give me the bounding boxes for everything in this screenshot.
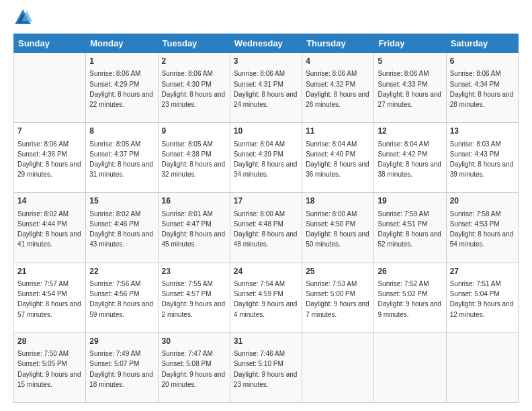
- day-info: Sunrise: 8:01 AMSunset: 4:47 PMDaylight:…: [162, 210, 226, 248]
- day-info: Sunrise: 8:05 AMSunset: 4:37 PMDaylight:…: [89, 140, 153, 179]
- day-number: 6: [450, 56, 515, 67]
- day-info: Sunrise: 8:00 AMSunset: 4:48 PMDaylight:…: [234, 210, 298, 248]
- weekday-header-friday: Friday: [374, 34, 446, 53]
- calendar-cell: 15Sunrise: 8:02 AMSunset: 4:46 PMDayligh…: [86, 193, 158, 263]
- calendar-cell: 23Sunrise: 7:55 AMSunset: 4:57 PMDayligh…: [158, 263, 230, 332]
- calendar-cell: 27Sunrise: 7:51 AMSunset: 5:04 PMDayligh…: [446, 263, 518, 332]
- day-info: Sunrise: 8:00 AMSunset: 4:50 PMDaylight:…: [306, 210, 369, 248]
- day-info: Sunrise: 7:51 AMSunset: 5:04 PMDaylight:…: [450, 280, 514, 318]
- weekday-header-thursday: Thursday: [302, 34, 374, 53]
- calendar-cell: 18Sunrise: 8:00 AMSunset: 4:50 PMDayligh…: [302, 193, 374, 263]
- week-row-4: 21Sunrise: 7:57 AMSunset: 4:54 PMDayligh…: [14, 263, 519, 332]
- weekday-header-tuesday: Tuesday: [158, 34, 230, 53]
- day-info: Sunrise: 7:58 AMSunset: 4:53 PMDaylight:…: [450, 210, 514, 248]
- calendar-table: SundayMondayTuesdayWednesdayThursdayFrid…: [13, 34, 519, 403]
- calendar-cell: 9Sunrise: 8:05 AMSunset: 4:38 PMDaylight…: [158, 123, 230, 193]
- day-number: 31: [234, 336, 298, 347]
- day-number: 30: [162, 336, 226, 347]
- day-info: Sunrise: 7:52 AMSunset: 5:02 PMDaylight:…: [378, 280, 441, 318]
- day-info: Sunrise: 8:03 AMSunset: 4:43 PMDaylight:…: [450, 140, 514, 179]
- day-info: Sunrise: 8:04 AMSunset: 4:39 PMDaylight:…: [234, 140, 298, 179]
- header: [13, 11, 519, 27]
- day-number: 11: [306, 126, 370, 137]
- calendar-cell: 4Sunrise: 8:06 AMSunset: 4:32 PMDaylight…: [302, 53, 374, 123]
- day-number: 4: [306, 56, 370, 67]
- day-number: 14: [17, 195, 82, 207]
- day-number: 27: [450, 266, 515, 277]
- day-number: 2: [162, 56, 226, 67]
- day-info: Sunrise: 7:49 AMSunset: 5:07 PMDaylight:…: [89, 350, 153, 388]
- day-number: 8: [89, 126, 154, 137]
- day-info: Sunrise: 8:06 AMSunset: 4:36 PMDaylight:…: [17, 140, 81, 179]
- day-number: 23: [162, 266, 226, 277]
- day-number: 28: [17, 336, 82, 347]
- logo-icon: [13, 8, 32, 27]
- day-number: 24: [234, 266, 298, 277]
- week-row-5: 28Sunrise: 7:50 AMSunset: 5:05 PMDayligh…: [14, 332, 519, 402]
- day-number: 16: [162, 195, 226, 207]
- logo: [13, 11, 35, 27]
- calendar-cell: 25Sunrise: 7:53 AMSunset: 5:00 PMDayligh…: [302, 263, 374, 332]
- day-info: Sunrise: 7:57 AMSunset: 4:54 PMDaylight:…: [17, 280, 81, 318]
- day-info: Sunrise: 8:06 AMSunset: 4:33 PMDaylight:…: [378, 70, 441, 108]
- day-info: Sunrise: 8:06 AMSunset: 4:29 PMDaylight:…: [89, 70, 153, 108]
- day-info: Sunrise: 7:47 AMSunset: 5:08 PMDaylight:…: [162, 350, 226, 388]
- day-info: Sunrise: 8:02 AMSunset: 4:44 PMDaylight:…: [17, 210, 81, 248]
- day-info: Sunrise: 7:50 AMSunset: 5:05 PMDaylight:…: [17, 350, 81, 388]
- day-number: 21: [17, 266, 82, 277]
- calendar-cell: 21Sunrise: 7:57 AMSunset: 4:54 PMDayligh…: [14, 263, 86, 332]
- week-row-1: 1Sunrise: 8:06 AMSunset: 4:29 PMDaylight…: [14, 53, 519, 123]
- day-info: Sunrise: 8:06 AMSunset: 4:32 PMDaylight:…: [306, 70, 369, 108]
- day-number: 17: [234, 195, 298, 207]
- calendar-cell: 2Sunrise: 8:06 AMSunset: 4:30 PMDaylight…: [158, 53, 230, 123]
- day-info: Sunrise: 8:05 AMSunset: 4:38 PMDaylight:…: [162, 140, 226, 179]
- day-number: 12: [378, 126, 442, 137]
- calendar-cell: 6Sunrise: 8:06 AMSunset: 4:34 PMDaylight…: [446, 53, 518, 123]
- calendar-cell: [446, 332, 518, 402]
- calendar-cell: 7Sunrise: 8:06 AMSunset: 4:36 PMDaylight…: [14, 123, 86, 193]
- weekday-header-row: SundayMondayTuesdayWednesdayThursdayFrid…: [14, 34, 519, 53]
- calendar-cell: 12Sunrise: 8:04 AMSunset: 4:42 PMDayligh…: [374, 123, 446, 193]
- day-number: 10: [234, 126, 298, 137]
- day-number: 22: [89, 266, 154, 277]
- day-info: Sunrise: 7:55 AMSunset: 4:57 PMDaylight:…: [162, 280, 226, 318]
- calendar-cell: 19Sunrise: 7:59 AMSunset: 4:51 PMDayligh…: [374, 193, 446, 263]
- calendar-cell: 20Sunrise: 7:58 AMSunset: 4:53 PMDayligh…: [446, 193, 518, 263]
- calendar-cell: 17Sunrise: 8:00 AMSunset: 4:48 PMDayligh…: [230, 193, 302, 263]
- day-number: 29: [89, 336, 154, 347]
- weekday-header-monday: Monday: [86, 34, 158, 53]
- day-number: 15: [89, 195, 154, 207]
- weekday-header-wednesday: Wednesday: [230, 34, 302, 53]
- day-number: 9: [162, 126, 226, 137]
- day-number: 5: [378, 56, 442, 67]
- calendar-cell: 11Sunrise: 8:04 AMSunset: 4:40 PMDayligh…: [302, 123, 374, 193]
- day-info: Sunrise: 8:04 AMSunset: 4:40 PMDaylight:…: [306, 140, 369, 179]
- calendar-cell: 29Sunrise: 7:49 AMSunset: 5:07 PMDayligh…: [86, 332, 158, 402]
- calendar-cell: [302, 332, 374, 402]
- calendar-cell: 30Sunrise: 7:47 AMSunset: 5:08 PMDayligh…: [158, 332, 230, 402]
- calendar-cell: 10Sunrise: 8:04 AMSunset: 4:39 PMDayligh…: [230, 123, 302, 193]
- day-number: 25: [306, 266, 370, 277]
- day-info: Sunrise: 8:02 AMSunset: 4:46 PMDaylight:…: [89, 210, 153, 248]
- day-info: Sunrise: 7:53 AMSunset: 5:00 PMDaylight:…: [306, 280, 369, 318]
- calendar-cell: 26Sunrise: 7:52 AMSunset: 5:02 PMDayligh…: [374, 263, 446, 332]
- week-row-2: 7Sunrise: 8:06 AMSunset: 4:36 PMDaylight…: [14, 123, 519, 193]
- calendar-cell: 31Sunrise: 7:46 AMSunset: 5:10 PMDayligh…: [230, 332, 302, 402]
- weekday-header-saturday: Saturday: [446, 34, 518, 53]
- day-info: Sunrise: 8:06 AMSunset: 4:30 PMDaylight:…: [162, 70, 226, 108]
- calendar-cell: 3Sunrise: 8:06 AMSunset: 4:31 PMDaylight…: [230, 53, 302, 123]
- day-number: 1: [89, 56, 154, 67]
- day-number: 26: [378, 266, 442, 277]
- calendar-cell: 1Sunrise: 8:06 AMSunset: 4:29 PMDaylight…: [86, 53, 158, 123]
- page: SundayMondayTuesdayWednesdayThursdayFrid…: [0, 0, 532, 411]
- calendar-cell: 22Sunrise: 7:56 AMSunset: 4:56 PMDayligh…: [86, 263, 158, 332]
- day-info: Sunrise: 7:56 AMSunset: 4:56 PMDaylight:…: [89, 280, 153, 318]
- day-info: Sunrise: 8:04 AMSunset: 4:42 PMDaylight:…: [378, 140, 441, 179]
- day-number: 19: [378, 195, 442, 207]
- calendar-cell: 5Sunrise: 8:06 AMSunset: 4:33 PMDaylight…: [374, 53, 446, 123]
- calendar-cell: 24Sunrise: 7:54 AMSunset: 4:59 PMDayligh…: [230, 263, 302, 332]
- day-number: 3: [234, 56, 298, 67]
- day-info: Sunrise: 7:54 AMSunset: 4:59 PMDaylight:…: [234, 280, 298, 318]
- day-number: 20: [450, 195, 515, 207]
- calendar-cell: 13Sunrise: 8:03 AMSunset: 4:43 PMDayligh…: [446, 123, 518, 193]
